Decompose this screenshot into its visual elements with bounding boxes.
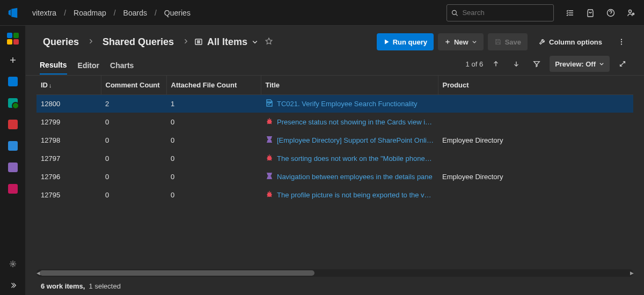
title-link[interactable]: Navigation between employees in the deta… xyxy=(277,173,433,181)
column-header-attached-file-count[interactable]: Attached File Count xyxy=(166,76,261,95)
more-actions-button[interactable] xyxy=(613,33,630,50)
tabs-row: Results Editor Charts 1 of 6 Preview: Of… xyxy=(26,50,644,76)
table-row[interactable]: 1279700The sorting does not work on the … xyxy=(36,150,633,168)
title-link[interactable]: TC021. Verify Employee Search Functional… xyxy=(277,100,418,108)
column-header-product[interactable]: Product xyxy=(438,76,633,95)
table-row[interactable]: 1279500The profile picture is not being … xyxy=(36,186,633,204)
user-settings-icon[interactable] xyxy=(623,4,640,21)
status-selected-count: 1 selected xyxy=(89,282,121,290)
project-settings-icon[interactable] xyxy=(3,254,23,274)
fullscreen-button[interactable] xyxy=(615,56,630,71)
search-input[interactable] xyxy=(462,9,549,17)
search-icon xyxy=(451,9,458,17)
nav-boards[interactable] xyxy=(3,93,23,113)
cell-title[interactable]: TC021. Verify Employee Search Functional… xyxy=(261,95,438,113)
nav-overview[interactable] xyxy=(3,72,23,91)
title-link[interactable]: [Employee Directory] Support of SharePoi… xyxy=(277,136,434,144)
table-row[interactable]: 1280021TC021. Verify Employee Search Fun… xyxy=(36,95,633,113)
horizontal-scrollbar[interactable]: ◀ ▶ xyxy=(36,269,633,277)
query-breadcrumb-root[interactable]: Queries xyxy=(40,34,82,50)
cell-comment-count: 2 xyxy=(101,95,166,113)
play-icon xyxy=(383,39,390,45)
nav-artifacts[interactable] xyxy=(3,179,23,198)
task-list-icon[interactable] xyxy=(561,4,579,21)
scrollbar-thumb[interactable] xyxy=(40,270,314,276)
cell-title[interactable]: [Employee Directory] Support of SharePoi… xyxy=(261,131,438,150)
cell-product xyxy=(438,186,633,204)
cell-id: 12798 xyxy=(36,131,101,150)
chevron-right-icon xyxy=(180,38,191,46)
plus-icon xyxy=(444,39,451,45)
svg-point-5 xyxy=(12,263,14,265)
table-row[interactable]: 1279900Presence status not showing in th… xyxy=(36,113,633,131)
add-icon[interactable] xyxy=(3,50,23,70)
tab-results[interactable]: Results xyxy=(40,56,67,75)
cell-title[interactable]: The sorting does not work on the "Mobile… xyxy=(261,150,438,168)
title-link[interactable]: The sorting does not work on the "Mobile… xyxy=(277,154,434,163)
title-link[interactable]: The profile picture is not being exporte… xyxy=(277,191,434,199)
tab-editor[interactable]: Editor xyxy=(78,57,99,74)
favorite-star-icon[interactable] xyxy=(265,37,273,47)
sort-descending-icon: ↓ xyxy=(49,82,52,88)
query-list-icon xyxy=(194,38,203,46)
run-query-label: Run query xyxy=(393,38,427,46)
filter-button[interactable] xyxy=(529,56,544,71)
work-item-type-icon xyxy=(265,172,274,182)
cell-title[interactable]: Presence status not showing in the Cards… xyxy=(261,113,438,131)
wrench-icon xyxy=(538,38,546,46)
search-box[interactable] xyxy=(447,4,554,21)
cell-product xyxy=(438,150,633,168)
project-logo[interactable] xyxy=(3,29,23,48)
help-icon[interactable] xyxy=(602,4,619,21)
title-link[interactable]: Presence status not showing in the Cards… xyxy=(277,118,434,126)
cell-comment-count: 0 xyxy=(101,113,166,131)
breadcrumb-project[interactable]: Roadmap xyxy=(69,6,111,19)
svg-line-1 xyxy=(456,14,458,16)
cell-attached-file-count: 0 xyxy=(166,150,261,168)
tab-charts[interactable]: Charts xyxy=(110,57,134,74)
svg-rect-11 xyxy=(267,136,272,137)
breadcrumb-org[interactable]: vitextra xyxy=(28,6,61,19)
svg-point-3 xyxy=(629,10,632,12)
breadcrumb-area[interactable]: Boards xyxy=(119,6,151,19)
marketplace-icon[interactable] xyxy=(582,4,599,21)
nav-pipelines[interactable] xyxy=(3,136,23,156)
nav-repos[interactable] xyxy=(3,115,23,134)
query-current[interactable]: All Items xyxy=(194,36,258,48)
column-header-id[interactable]: ID↓ xyxy=(36,76,101,95)
cell-title[interactable]: Navigation between employees in the deta… xyxy=(261,168,438,186)
column-options-button[interactable]: Column options xyxy=(532,33,609,50)
svg-rect-14 xyxy=(267,173,272,174)
expand-nav-icon[interactable] xyxy=(3,276,23,295)
preview-pane-toggle[interactable]: Preview: Off xyxy=(550,56,610,72)
cell-product xyxy=(438,113,633,131)
previous-item-button[interactable] xyxy=(488,56,503,71)
main-content: Queries Shared Queries All Items xyxy=(26,26,644,295)
cell-comment-count: 0 xyxy=(101,168,166,186)
save-icon xyxy=(494,38,502,46)
new-button[interactable]: New xyxy=(438,33,484,50)
column-options-label: Column options xyxy=(549,38,602,46)
cell-comment-count: 0 xyxy=(101,186,166,204)
cell-id: 12800 xyxy=(36,95,101,113)
next-item-button[interactable] xyxy=(509,56,524,71)
scroll-right-icon[interactable]: ▶ xyxy=(628,269,635,277)
nav-test-plans[interactable] xyxy=(3,158,23,177)
cell-title[interactable]: The profile picture is not being exporte… xyxy=(261,186,438,204)
azure-devops-logo[interactable] xyxy=(4,4,21,21)
query-header: Queries Shared Queries All Items xyxy=(26,26,644,50)
query-breadcrumb-folder[interactable]: Shared Queries xyxy=(99,34,177,50)
table-row[interactable]: 1279600Navigation between employees in t… xyxy=(36,168,633,186)
breadcrumb-page[interactable]: Queries xyxy=(160,6,195,19)
cell-comment-count: 0 xyxy=(101,150,166,168)
cell-comment-count: 0 xyxy=(101,131,166,150)
more-vertical-icon xyxy=(618,38,625,46)
column-header-comment-count[interactable]: Comment Count xyxy=(101,76,166,95)
svg-point-7 xyxy=(621,39,622,40)
table-row[interactable]: 1279800[Employee Directory] Support of S… xyxy=(36,131,633,150)
work-item-type-icon xyxy=(265,135,274,145)
cell-attached-file-count: 0 xyxy=(166,168,261,186)
cell-id: 12796 xyxy=(36,168,101,186)
column-header-title[interactable]: Title xyxy=(261,76,438,95)
run-query-button[interactable]: Run query xyxy=(377,33,434,50)
